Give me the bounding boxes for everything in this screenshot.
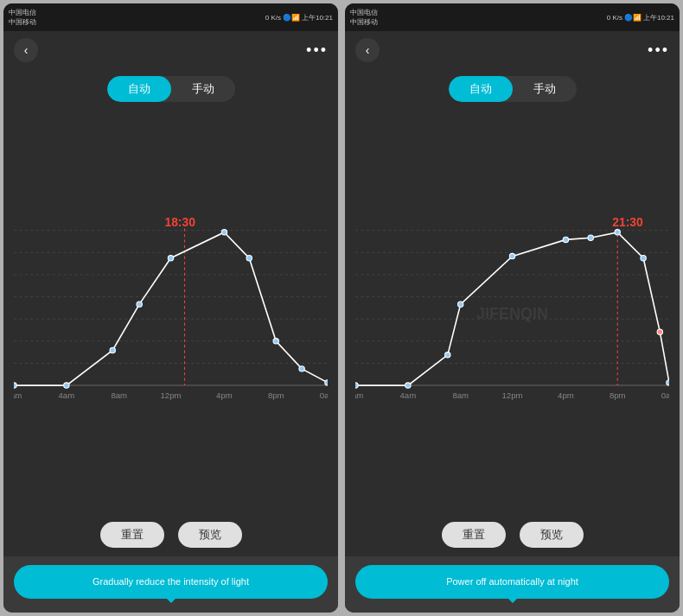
left-tab-auto[interactable]: 自动 <box>107 76 171 102</box>
left-tab-manual[interactable]: 手动 <box>171 76 235 102</box>
svg-point-46 <box>657 329 662 334</box>
svg-text:12pm: 12pm <box>502 391 523 400</box>
left-back-icon: ‹ <box>24 43 29 57</box>
left-carrier: 中国电信 中国移动 <box>9 8 36 27</box>
right-back-button[interactable]: ‹ <box>355 38 380 62</box>
left-time: 上午10:21 <box>302 13 333 22</box>
right-action-buttons: 重置 预览 <box>345 515 680 556</box>
svg-point-38 <box>405 383 411 388</box>
right-icons: 🔵📶 <box>624 14 642 22</box>
right-carrier1: 中国电信 <box>350 8 378 17</box>
svg-text:0am: 0am <box>320 391 328 400</box>
svg-point-11 <box>64 383 69 388</box>
svg-point-43 <box>588 235 593 240</box>
svg-text:4pm: 4pm <box>216 391 233 400</box>
right-reset-button[interactable]: 重置 <box>442 522 506 548</box>
left-more-button[interactable]: ••• <box>306 41 328 60</box>
svg-text:4am: 4am <box>400 391 417 400</box>
svg-text:8am: 8am <box>111 391 127 400</box>
svg-point-16 <box>246 256 252 261</box>
right-caption-bubble: Power off automatically at night <box>355 565 669 599</box>
right-more-icon: ••• <box>648 41 669 59</box>
left-carrier1: 中国电信 <box>9 8 36 17</box>
left-tab-manual-label: 手动 <box>192 82 214 95</box>
svg-text:8pm: 8pm <box>268 391 284 400</box>
right-back-icon: ‹ <box>366 43 370 57</box>
svg-point-39 <box>445 352 450 358</box>
right-carrier: 中国电信 中国移动 <box>350 8 378 27</box>
svg-point-40 <box>458 302 463 307</box>
right-tab-manual-label: 手动 <box>533 82 556 95</box>
svg-point-45 <box>641 256 646 261</box>
left-more-icon: ••• <box>306 41 328 59</box>
left-status-bar: 中国电信 中国移动 0 K/s 🔵📶 上午10:21 <box>3 3 338 31</box>
svg-text:18:30: 18:30 <box>164 215 195 229</box>
right-carrier2: 中国移动 <box>350 17 378 27</box>
left-phone: 中国电信 中国移动 0 K/s 🔵📶 上午10:21 ‹ ••• 自动 <box>3 3 338 613</box>
svg-point-17 <box>273 339 278 344</box>
left-header: ‹ ••• <box>3 31 338 69</box>
svg-point-37 <box>355 383 358 388</box>
right-status-right: 0 K/s 🔵📶 上午10:21 <box>607 13 674 22</box>
svg-point-12 <box>110 347 115 352</box>
right-preview-button[interactable]: 预览 <box>520 522 584 548</box>
left-status-right: 0 K/s 🔵📶 上午10:21 <box>265 13 333 22</box>
right-speed: 0 K/s <box>607 14 622 22</box>
left-reset-button[interactable]: 重置 <box>100 522 164 548</box>
left-tab-auto-label: 自动 <box>128 82 150 95</box>
svg-text:0am: 0am <box>14 391 22 400</box>
svg-point-10 <box>14 383 16 388</box>
svg-point-13 <box>137 302 142 307</box>
right-header: ‹ ••• <box>345 31 680 69</box>
svg-point-42 <box>563 237 568 242</box>
svg-point-14 <box>168 256 173 261</box>
right-tabs: 自动 手动 <box>449 76 577 102</box>
svg-point-15 <box>221 230 227 235</box>
left-caption-bubble: Gradually reduce the intensity of light <box>14 565 328 599</box>
left-caption-area: Gradually reduce the intensity of light <box>3 556 338 613</box>
svg-text:4am: 4am <box>59 391 75 400</box>
right-tabs-container: 自动 手动 <box>345 69 680 109</box>
right-status-bar: 中国电信 中国移动 0 K/s 🔵📶 上午10:21 <box>345 3 680 31</box>
svg-point-41 <box>509 253 514 258</box>
svg-text:8pm: 8pm <box>610 391 626 400</box>
svg-text:0am: 0am <box>661 391 669 400</box>
right-chart-area: JIFENQIN 21:30 <box>345 109 680 515</box>
right-tab-auto[interactable]: 自动 <box>449 76 513 102</box>
left-carrier2: 中国移动 <box>9 17 36 27</box>
right-chart-svg: 21:30 <box>355 116 669 511</box>
right-time: 上午10:21 <box>643 13 674 22</box>
svg-text:12pm: 12pm <box>160 391 181 400</box>
svg-point-19 <box>325 380 328 385</box>
svg-text:0am: 0am <box>355 391 363 400</box>
right-phone: 中国电信 中国移动 0 K/s 🔵📶 上午10:21 ‹ ••• 自动 <box>345 3 680 613</box>
left-caption-text: Gradually reduce the intensity of light <box>93 576 249 587</box>
left-back-button[interactable]: ‹ <box>14 38 38 62</box>
svg-text:21:30: 21:30 <box>612 215 643 229</box>
right-tab-auto-label: 自动 <box>469 82 492 95</box>
left-chart-area: 18:30 <box>3 109 338 515</box>
right-chart-canvas[interactable]: JIFENQIN 21:30 <box>355 116 669 511</box>
left-action-buttons: 重置 预览 <box>3 515 338 556</box>
left-icons: 🔵📶 <box>283 14 300 22</box>
left-tabs: 自动 手动 <box>107 76 235 102</box>
right-caption-area: Power off automatically at night <box>345 556 680 613</box>
right-more-button[interactable]: ••• <box>648 41 669 60</box>
svg-text:8am: 8am <box>452 391 469 400</box>
left-speed: 0 K/s <box>265 14 281 22</box>
svg-point-18 <box>299 366 304 372</box>
left-chart-canvas[interactable]: 18:30 <box>14 116 328 511</box>
left-tabs-container: 自动 手动 <box>3 69 338 109</box>
svg-text:4pm: 4pm <box>558 391 574 400</box>
left-preview-button[interactable]: 预览 <box>178 522 242 548</box>
right-caption-text: Power off automatically at night <box>446 576 578 587</box>
svg-point-44 <box>615 230 620 235</box>
right-tab-manual[interactable]: 手动 <box>513 76 577 102</box>
main-container: 中国电信 中国移动 0 K/s 🔵📶 上午10:21 ‹ ••• 自动 <box>0 0 683 616</box>
svg-point-47 <box>667 380 669 385</box>
left-chart-svg: 18:30 <box>14 116 328 511</box>
